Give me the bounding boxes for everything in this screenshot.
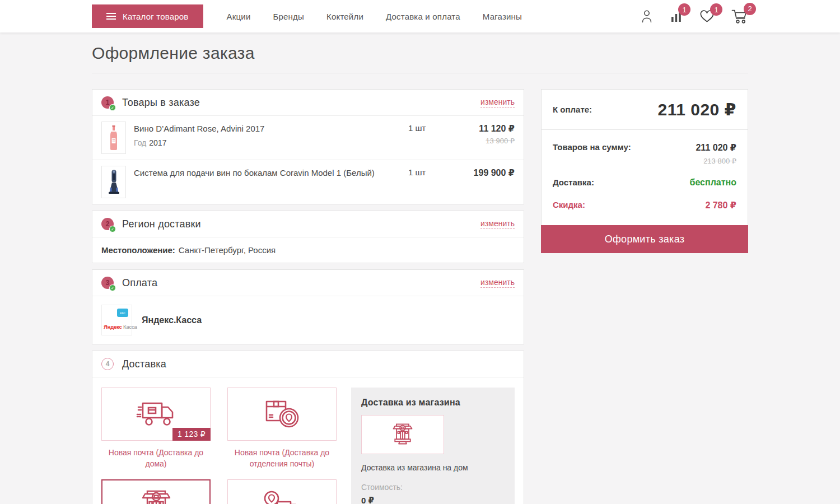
section-payment-title: Оплата [122,277,157,289]
favorites-badge: 1 [710,3,722,16]
section-delivery-title: Доставка [122,358,166,370]
package-pin-icon [262,399,302,430]
product-name[interactable]: Система для подачи вин по бокалам Coravi… [134,167,408,179]
summary-delivery-row: Доставка: бесплатно [553,178,736,188]
wine-bottle-icon [108,125,120,151]
product-thumbnail [101,166,126,198]
step-4-badge: 4 [101,358,114,370]
compare-badge: 1 [678,3,690,16]
product-old-price: 13 900 ₽ [453,137,515,145]
delivery-option-nova-office[interactable]: Новая почта (Доставка до отделения почты… [227,388,337,469]
check-icon [109,104,116,111]
delivery-label: Доставка: [553,178,594,187]
top-bar: Каталог товаров Акции Бренды Коктейли До… [0,0,840,32]
delivery-option-label: Новая почта (Доставка до дома) [101,447,211,469]
nav-cocktails[interactable]: Коктейли [326,12,363,21]
step-3-badge: 3 [101,277,114,289]
edit-items-link[interactable]: изменить [480,97,515,108]
page-title: Оформление заказа [92,44,748,63]
user-icon [640,9,654,24]
nav-promotions[interactable]: Акции [227,12,251,21]
step-1-badge: 1 [101,96,114,109]
section-order-items: 1 Товары в заказе изменить [92,89,524,204]
total-label: К оплате: [553,105,592,114]
compare-button[interactable]: 1 [670,10,683,23]
cart-button[interactable]: 2 [731,9,748,24]
total-value: 211 020 ₽ [658,100,737,119]
edit-payment-link[interactable]: изменить [480,278,515,288]
account-button[interactable] [640,9,654,24]
check-icon [109,226,116,232]
wine-system-icon [106,169,121,195]
product-row: Вино D’Adimant Rose, Advini 2017 Год2017… [92,115,524,160]
payment-method-row: КАС Яндекс Касса Яндекс.Касса [92,296,524,344]
delivery-option-nova-home[interactable]: 1 123 ₽ Новая почта (Доставка до дома) [101,388,211,469]
nav-brands[interactable]: Бренды [273,12,304,21]
section-order-items-title: Товары в заказе [122,97,200,109]
summary-items-row: Товаров на сумму: 211 020 ₽ 213 800 ₽ [553,142,736,165]
pin-truck-icon [260,491,304,504]
delivery-detail-panel: Доставка из магазина [351,388,515,504]
store-icon [138,489,174,504]
edit-region-link[interactable]: изменить [480,219,515,229]
delivery-truck-icon [136,399,176,430]
check-icon [109,284,116,291]
step-2-badge: 2 [101,218,114,230]
delivery-option-example[interactable]: Пример службы доставки [227,479,337,504]
nav-stores[interactable]: Магазины [483,12,522,21]
hamburger-icon [106,13,116,20]
main-nav: Акции Бренды Коктейли Доставка и оплата … [227,12,522,21]
delivery-option-label: Новая почта (Доставка до отделения почты… [227,447,337,469]
items-sum-label: Товаров на сумму: [553,142,631,152]
product-attribute: Год2017 [134,138,408,147]
product-name[interactable]: Вино D’Adimant Rose, Advini 2017 [134,123,408,134]
product-price: 11 120 ₽ [453,123,515,134]
summary-discount-row: Скидка: 2 780 ₽ [553,200,736,211]
product-thumbnail [101,122,126,154]
yandex-kassa-logo-icon: КАС Яндекс Касса [101,305,132,335]
items-sum-value: 211 020 ₽ [696,142,736,153]
delivery-price-badge: 1 123 ₽ [172,428,211,441]
delivery-cost-value: 0 ₽ [361,496,505,504]
delivery-detail-title: Доставка из магазина [361,398,505,408]
nav-delivery-payment[interactable]: Доставка и оплата [386,12,460,21]
catalog-button[interactable]: Каталог товаров [92,4,203,28]
store-icon [390,423,415,446]
location-label: Местоположение: [101,245,175,255]
title-divider [92,73,748,73]
delivery-detail-card [361,415,444,454]
delivery-option-store[interactable]: 0 ₽ Доставка из магазина [101,479,211,504]
payment-method-name: Яндекс.Касса [142,315,202,325]
location-row: Местоположение:Санкт-Петербург, Россия [92,237,524,263]
product-price: 199 900 ₽ [453,167,515,178]
delivery-options-grid: 1 123 ₽ Новая почта (Доставка до дома) [101,388,337,504]
discount-value: 2 780 ₽ [705,200,736,211]
catalog-button-label: Каталог товаров [123,12,189,21]
items-sum-old-value: 213 800 ₽ [696,157,736,165]
section-delivery: 4 Доставка [92,351,524,504]
section-region-title: Регион доставки [122,218,201,230]
place-order-button[interactable]: Оформить заказ [541,225,748,253]
discount-label: Скидка: [553,200,585,209]
delivery-cost-label: Стоимость: [361,483,505,492]
cart-badge: 2 [744,3,756,15]
delivery-detail-description: Доставка из магазина на дом [361,463,505,472]
delivery-value: бесплатно [690,178,736,188]
location-value: Санкт-Петербург, Россия [179,245,276,255]
favorites-button[interactable]: 1 [699,10,715,23]
product-row: Система для подачи вин по бокалам Coravi… [92,160,524,204]
product-quantity: 1 шт [408,122,453,133]
section-payment: 3 Оплата изменить КАС Яндекс Касса Яндек… [92,269,524,344]
order-summary: К оплате: 211 020 ₽ Товаров на сумму: 21… [541,89,748,253]
product-quantity: 1 шт [408,166,453,177]
section-delivery-region: 2 Регион доставки изменить Местоположени… [92,211,524,263]
